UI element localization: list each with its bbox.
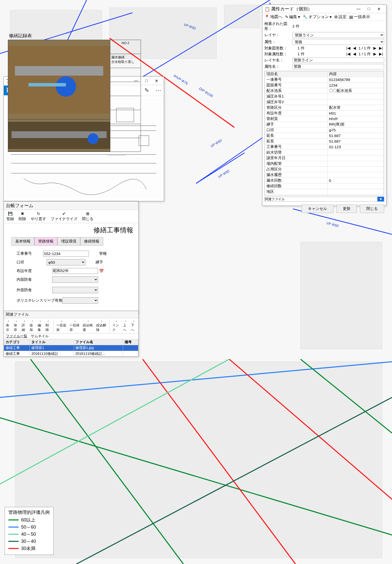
ledger-titlebar[interactable]: 台帳フォーム xyxy=(4,202,138,210)
kouji-input[interactable] xyxy=(43,251,89,257)
next-button[interactable]: ▶ xyxy=(372,46,377,51)
register-button[interactable]: 💾登録 xyxy=(6,211,14,221)
relfiles-下へ[interactable]: ▫下へ xyxy=(131,319,136,332)
attr-row-val[interactable] xyxy=(327,167,384,172)
relfiles-リンク[interactable]: ▫リンク xyxy=(112,319,120,332)
close-button[interactable]: ⊠閉じる xyxy=(82,211,93,221)
attr-row-val[interactable]: 51.687 xyxy=(327,133,384,139)
cancel-button[interactable]: キャンセル xyxy=(302,205,333,213)
prev-button[interactable]: ◀ xyxy=(352,46,357,51)
attr-row-val[interactable] xyxy=(327,94,384,99)
relfiles-追加[interactable]: ▫追加 xyxy=(30,319,35,332)
attr-row-val[interactable]: 51.687 xyxy=(327,139,384,144)
attr-row-val[interactable]: 0 xyxy=(327,178,384,183)
attr-row-val[interactable]: 01-123 xyxy=(327,144,384,150)
attr-grid[interactable]: 項目名内容 一連番号0123456789図面番号1234配水池系〇〇配水池系減圧… xyxy=(264,71,384,196)
edit-icon[interactable]: ✎ xyxy=(144,87,149,94)
relfiles-上へ[interactable]: ▫上へ xyxy=(123,319,128,332)
delete-button[interactable]: ✖削除 xyxy=(19,211,26,221)
first-button[interactable]: |◀ xyxy=(345,46,352,51)
relfiles-編集[interactable]: ▫編集 xyxy=(38,319,43,332)
related-dropdown-button[interactable]: ▾ xyxy=(377,197,384,202)
attr-row-val[interactable] xyxy=(327,150,384,155)
attr-row-val[interactable]: 〇〇配水池系 xyxy=(327,88,384,94)
map-label: VP Φ50 xyxy=(217,169,230,179)
fusetsu-input[interactable] xyxy=(52,268,98,274)
option-menu[interactable]: 🔧オプション ▾ xyxy=(303,14,332,20)
relfiles-絞込解除[interactable]: ▫絞込解除 xyxy=(96,319,107,332)
attr-row-key: 管材質 xyxy=(265,116,328,122)
layername-input[interactable] xyxy=(292,58,384,63)
last-button[interactable]: ▶| xyxy=(378,46,384,51)
attr-row-val[interactable]: RR(厚)形 xyxy=(327,122,384,127)
update-button[interactable]: 更新 xyxy=(336,205,357,213)
close-button[interactable]: ✕ xyxy=(374,6,384,12)
gaimen-select[interactable] xyxy=(52,287,98,293)
goto-map-button[interactable]: 📍地図へ xyxy=(264,14,282,20)
next-button[interactable]: ▶ xyxy=(372,52,377,57)
finalize-button[interactable]: ✔ファイナライズ xyxy=(51,211,77,221)
attr-row-val[interactable]: 配水管 xyxy=(327,105,384,111)
calendar-icon[interactable]: 📅 xyxy=(99,269,104,273)
worksheet[interactable]: 修繕記録表 NO.2 漏水修繕分水栓取り直し xyxy=(6,30,142,152)
relfiles-一括追加[interactable]: ▫一括追加 xyxy=(56,319,67,332)
relfiles-一括保存[interactable]: ▫一括保存 xyxy=(70,319,80,332)
relfiles-table[interactable]: カテゴリタイトルファイル名備考 修繕工事修理票1修理票1.jpg修繕工事2016… xyxy=(4,339,138,357)
attr-row-val[interactable] xyxy=(327,99,384,105)
tab-repair[interactable]: 修繕情報 xyxy=(80,237,103,246)
minimize-button[interactable]: — xyxy=(353,6,364,12)
tab-basic[interactable]: 基本情報 xyxy=(11,237,34,246)
file-row[interactable]: 修繕工事20161110修繕記20161110修繕記… xyxy=(4,351,138,357)
batch-view-button[interactable]: ▤一括表示 xyxy=(349,14,370,20)
first-button[interactable]: |◀ xyxy=(345,52,352,57)
attr-row-val[interactable]: HIVP xyxy=(327,116,384,122)
prev-button[interactable]: ◀ xyxy=(352,52,357,57)
attr-row-val[interactable] xyxy=(327,195,384,196)
edit-menu[interactable]: ✎編集 ▾ xyxy=(285,14,300,20)
maximize-button[interactable]: □ xyxy=(142,78,151,84)
last-button[interactable]: ▶| xyxy=(378,52,384,57)
more-icon[interactable]: ⋯ xyxy=(156,87,161,94)
tab-pipe[interactable]: 管路情報 xyxy=(34,237,57,246)
attr-row-val[interactable] xyxy=(327,155,384,161)
attr-row-val[interactable]: φ75 xyxy=(327,127,384,133)
attr-row-val[interactable] xyxy=(327,172,384,178)
legend-label: 30未満 xyxy=(21,545,35,552)
legend-label: 30～40 xyxy=(21,538,36,544)
naimen-select[interactable] xyxy=(52,276,98,283)
redo-button[interactable]: ↻やり直す xyxy=(31,211,46,221)
attr-row-val[interactable]: 0123456789 xyxy=(327,77,384,83)
settings-button[interactable]: ⚙設定 xyxy=(334,14,347,20)
relfiles-保存[interactable]: ▫保存 xyxy=(14,319,19,332)
relfiles-削除[interactable]: ▫削除 xyxy=(46,319,51,332)
svg-rect-37 xyxy=(15,66,103,75)
attr-titlebar[interactable]: 📋 属性カード（個別） — □ ✕ xyxy=(262,5,386,13)
attr-toolbar: 📍地図へ ✎編集 ▾ 🔧オプション ▾ ⚙設定 ▤一括表示 xyxy=(262,13,386,21)
attr-row-val[interactable]: H01 xyxy=(327,111,384,116)
file-row[interactable]: 修繕工事修理票1修理票1.jpg xyxy=(4,345,138,351)
close-button[interactable]: 閉じる xyxy=(360,205,384,213)
legend-item: 30～40 xyxy=(8,538,50,544)
attr-row-key: 漏水回数 xyxy=(265,178,328,183)
tab-filelist[interactable]: ファイル一覧 xyxy=(6,334,27,339)
attr-row-val[interactable] xyxy=(327,161,384,167)
poly-select[interactable] xyxy=(62,297,98,304)
related-file-input[interactable] xyxy=(264,197,377,202)
tab-env[interactable]: 埋設環境 xyxy=(57,237,80,246)
relfiles-詳細[interactable]: ▫詳細 xyxy=(22,319,27,332)
relfiles-絞込検索[interactable]: ▫絞込検索 xyxy=(83,319,93,332)
close-button[interactable]: ✕ xyxy=(151,78,162,84)
attr-row-key: 譲受年月日 xyxy=(265,155,328,161)
attr-row-val[interactable]: 1234 xyxy=(327,83,384,88)
attrset-select[interactable]: 管路 xyxy=(292,39,384,45)
maximize-button[interactable]: □ xyxy=(364,6,374,12)
relfiles-表示[interactable]: ▫表示 xyxy=(6,319,11,332)
layer-select[interactable]: 管路ライン xyxy=(292,32,384,38)
layername-label: レイヤ名： xyxy=(264,58,292,63)
attrname-input[interactable] xyxy=(292,64,384,69)
kokkei-select[interactable]: φ50 xyxy=(47,259,85,265)
tab-thumbnail[interactable]: サムネイル xyxy=(31,334,49,339)
attr-row-val[interactable] xyxy=(327,183,384,189)
attr-row-val[interactable] xyxy=(327,189,384,195)
svg-point-42 xyxy=(88,133,99,144)
